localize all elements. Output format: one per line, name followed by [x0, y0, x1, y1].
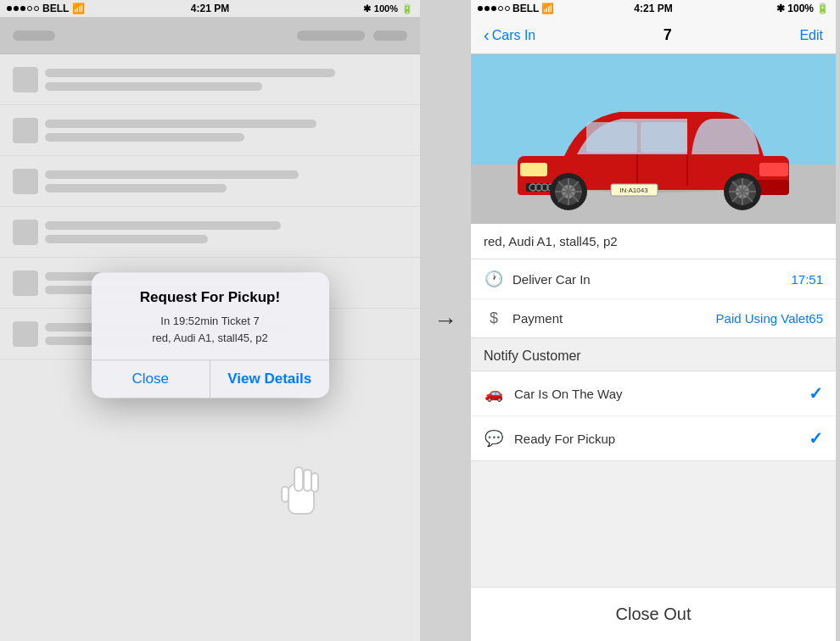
nav-back-button[interactable]: ‹ Cars In — [484, 28, 535, 43]
nav-edit-button[interactable]: Edit — [799, 28, 823, 43]
bg-line-7 — [45, 221, 281, 230]
car-image: IN·A1043 — [471, 54, 836, 224]
detail-section: 🕐 Deliver Car In 17:51 $ Payment Paid Us… — [471, 259, 836, 338]
left-content-area: Request For Pickup! In 19:52min Ticket 7… — [0, 54, 420, 641]
nav-title: 7 — [664, 26, 672, 44]
r-dot1 — [478, 6, 483, 11]
alert-message-line2: red, Audi A1, stall45, p2 — [152, 332, 268, 344]
bg-row-2 — [0, 105, 420, 156]
svg-rect-10 — [641, 122, 687, 153]
right-battery: 100% — [787, 3, 814, 14]
left-time: 4:21 PM — [191, 3, 229, 14]
ready-pickup-row[interactable]: 💬 Ready For Pickup ✓ — [471, 416, 836, 460]
left-battery: 100% — [374, 3, 398, 14]
arrow-icon: → — [434, 307, 457, 334]
bg-line-6 — [45, 184, 227, 192]
svg-text:IN·A1043: IN·A1043 — [619, 187, 648, 194]
bg-thumb-4 — [13, 220, 38, 245]
payment-value: Paid Using Valet65 — [716, 311, 823, 326]
blurred-nav-row — [0, 17, 420, 54]
left-carrier: BELL — [42, 3, 69, 14]
bg-row-3 — [0, 156, 420, 207]
bg-line-3 — [45, 120, 316, 128]
alert-close-button[interactable]: Close — [92, 360, 210, 398]
left-status-bar: BELL 📶 4:21 PM ✱ 100% 🔋 — [0, 0, 420, 17]
nav-back-label: Cars In — [492, 28, 536, 43]
dot2 — [14, 6, 19, 11]
right-time: 4:21 PM — [634, 3, 672, 14]
bg-thumb-1 — [13, 67, 38, 92]
bg-text-group-4 — [45, 221, 407, 243]
left-wifi-icon: 📶 — [72, 3, 85, 14]
r-dot5 — [505, 6, 510, 11]
alert-body: Request For Pickup! In 19:52min Ticket 7… — [92, 272, 329, 360]
right-status-bar: BELL 📶 4:21 PM ✱ 100% 🔋 — [471, 0, 836, 17]
left-status-left: BELL 📶 — [7, 3, 85, 14]
blurred-block-3 — [373, 31, 407, 41]
left-battery-icon: 🔋 — [401, 3, 413, 14]
hand-cursor-icon — [267, 454, 335, 522]
bg-thumb-2 — [13, 118, 38, 143]
ready-pickup-check: ✓ — [809, 428, 823, 449]
right-status-left: BELL 📶 — [478, 3, 554, 14]
bg-row-1 — [0, 54, 420, 105]
r-dot4 — [498, 6, 503, 11]
alert-view-button[interactable]: View Details — [210, 360, 329, 398]
car-on-way-label: Car Is On The Way — [514, 387, 798, 401]
r-dot2 — [484, 6, 490, 11]
right-panel: BELL 📶 4:21 PM ✱ 100% 🔋 ‹ Cars In 7 Edit — [471, 0, 836, 641]
left-bluetooth-icon: ✱ — [363, 3, 371, 14]
alert-dialog: Request For Pickup! In 19:52min Ticket 7… — [92, 272, 329, 398]
right-signal-dots — [478, 6, 510, 11]
right-bluetooth-icon: ✱ — [776, 3, 785, 14]
right-status-right: ✱ 100% 🔋 — [776, 3, 829, 14]
arrow-container: → — [420, 0, 471, 641]
payment-label: Payment — [512, 311, 708, 326]
car-icon: 🚗 — [484, 384, 504, 403]
bg-thumb-5 — [13, 270, 38, 296]
blurred-block-1 — [13, 31, 55, 41]
dot1 — [7, 6, 12, 11]
bg-text-group-2 — [45, 120, 407, 142]
svg-rect-4 — [282, 487, 288, 502]
bg-text-group-3 — [45, 170, 407, 192]
left-status-right: ✱ 100% 🔋 — [363, 3, 413, 14]
left-panel: BELL 📶 4:21 PM ✱ 100% 🔋 — [0, 0, 420, 641]
bg-thumb-3 — [13, 169, 38, 194]
car-on-way-row[interactable]: 🚗 Car Is On The Way ✓ — [471, 371, 836, 416]
ready-pickup-label: Ready For Pickup — [514, 432, 798, 446]
svg-rect-22 — [759, 163, 788, 176]
svg-rect-3 — [311, 473, 318, 492]
svg-rect-9 — [586, 122, 637, 153]
blurred-block-2 — [297, 31, 365, 41]
payment-row: $ Payment Paid Using Valet65 — [471, 299, 836, 337]
spacer — [471, 461, 836, 587]
alert-buttons: Close View Details — [92, 360, 329, 398]
deliver-car-value: 17:51 — [791, 272, 823, 287]
car-info-section: red, Audi A1, stall45, p2 — [471, 224, 836, 259]
right-carrier: BELL — [512, 3, 539, 14]
notify-header-text: Notify Customer — [484, 348, 581, 363]
back-chevron-icon: ‹ — [484, 26, 490, 43]
signal-dots — [7, 6, 39, 11]
dot5 — [34, 6, 39, 11]
alert-message-line1: In 19:52min Ticket 7 — [160, 315, 259, 327]
bg-thumb-6 — [13, 321, 38, 347]
dot3 — [20, 6, 25, 11]
right-wifi-icon: 📶 — [541, 3, 554, 14]
bg-line-2 — [45, 82, 262, 91]
car-on-way-check: ✓ — [809, 383, 823, 404]
bg-text-group-1 — [45, 69, 407, 91]
message-icon: 💬 — [484, 429, 504, 448]
notify-header: Notify Customer — [471, 338, 836, 371]
deliver-car-row: 🕐 Deliver Car In 17:51 — [471, 259, 836, 299]
clock-icon: 🕐 — [484, 270, 504, 288]
notify-section: 🚗 Car Is On The Way ✓ 💬 Ready For Pickup… — [471, 371, 836, 461]
nav-bar: ‹ Cars In 7 Edit — [471, 17, 836, 54]
dot4 — [27, 6, 32, 11]
bg-line-5 — [45, 170, 299, 179]
close-out-button[interactable]: Close Out — [484, 600, 823, 628]
alert-message: In 19:52min Ticket 7 red, Audi A1, stall… — [109, 313, 312, 346]
bg-line-8 — [45, 235, 208, 243]
bg-line-4 — [45, 133, 244, 142]
